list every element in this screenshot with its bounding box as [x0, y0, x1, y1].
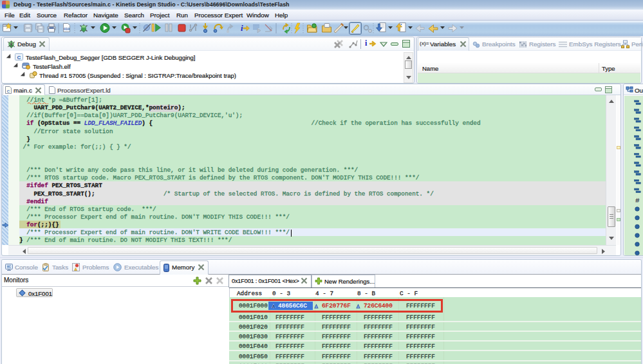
svg-text:c: c	[7, 88, 10, 94]
svg-text:C: C	[17, 55, 21, 60]
svg-text:i: i	[241, 23, 243, 33]
svg-text:#: #	[635, 197, 640, 205]
svg-text:010: 010	[64, 27, 70, 31]
